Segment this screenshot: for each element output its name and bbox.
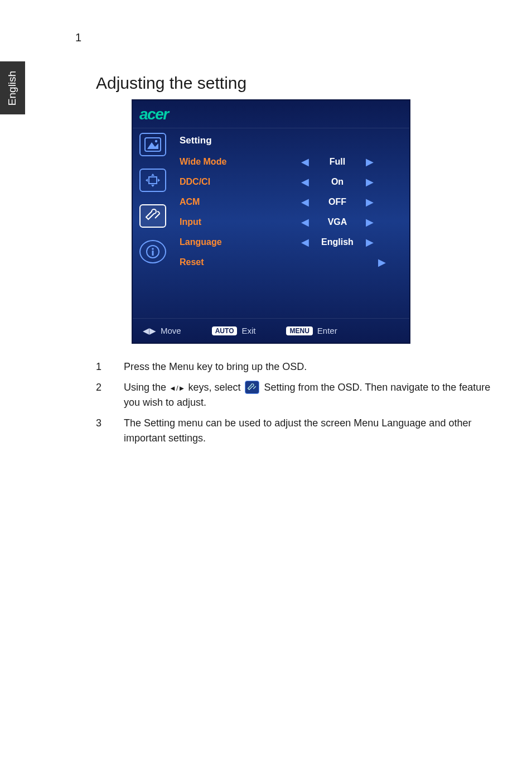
footer-exit-label: Exit xyxy=(241,326,255,335)
arrow-left-icon[interactable]: ◀ xyxy=(301,196,309,208)
osd-row-reset: Reset ▶ xyxy=(177,252,403,272)
svg-rect-10 xyxy=(152,251,154,256)
osd-footer: ◀▶ Move AUTO Exit MENU Enter xyxy=(133,318,409,343)
arrow-left-icon[interactable]: ◀ xyxy=(301,156,309,168)
svg-marker-1 xyxy=(147,142,158,149)
svg-point-2 xyxy=(155,140,157,142)
page-number: 1 xyxy=(75,31,81,44)
osd-label: ACM xyxy=(177,197,272,207)
osd-header: acer xyxy=(133,100,409,128)
svg-marker-4 xyxy=(151,174,154,176)
osd-label: Wide Mode xyxy=(177,157,272,167)
move-arrows-icon: ◀▶ xyxy=(143,326,156,336)
osd-row-language: Language ◀ English ▶ xyxy=(177,232,403,252)
arrow-right-icon[interactable]: ▶ xyxy=(366,176,374,188)
svg-marker-5 xyxy=(151,185,154,187)
arrow-right-icon[interactable]: ▶ xyxy=(378,256,386,268)
arrow-right-icon[interactable]: ▶ xyxy=(366,216,374,228)
osd-value: Full xyxy=(318,157,357,167)
osd-value: VGA xyxy=(318,217,357,227)
instruction-1: 1 Press the Menu key to bring up the OSD… xyxy=(96,359,509,374)
osd-value: On xyxy=(318,177,357,187)
arrow-right-icon[interactable]: ▶ xyxy=(366,236,374,248)
arrow-right-icon[interactable]: ▶ xyxy=(366,196,374,208)
footer-move-label: Move xyxy=(161,326,181,335)
osd-menu-title: Setting xyxy=(180,135,403,146)
arrow-right-icon[interactable]: ▶ xyxy=(366,156,374,168)
position-icon[interactable] xyxy=(139,169,166,192)
svg-marker-7 xyxy=(158,179,160,182)
menu-badge: MENU xyxy=(286,326,312,335)
footer-exit: AUTO Exit xyxy=(212,326,256,335)
instr-text: The Setting menu can be used to adjust t… xyxy=(124,416,509,446)
arrow-left-icon[interactable]: ◀ xyxy=(301,176,309,188)
page-title: Adjusting the setting xyxy=(96,74,509,93)
svg-rect-3 xyxy=(149,177,157,184)
instruction-3: 3 The Setting menu can be used to adjust… xyxy=(96,416,509,446)
footer-enter-label: Enter xyxy=(317,326,337,335)
osd-sidebar xyxy=(133,128,173,318)
osd-row-ddcci: DDC/CI ◀ On ▶ xyxy=(177,172,403,192)
left-right-keys-icon: ◄/► xyxy=(169,384,185,392)
osd-value: English xyxy=(318,237,357,247)
instr-2a: Using the xyxy=(124,382,169,393)
language-tab-label: English xyxy=(7,70,19,105)
info-icon[interactable] xyxy=(139,240,166,263)
language-tab: English xyxy=(0,61,25,114)
instr-text: Press the Menu key to bring up the OSD. xyxy=(124,359,509,374)
osd-label: Language xyxy=(177,237,272,247)
osd-main: Setting Wide Mode ◀ Full ▶ DDC/CI ◀ On ▶ xyxy=(173,128,409,318)
picture-icon[interactable] xyxy=(139,133,166,156)
osd-row-wide-mode: Wide Mode ◀ Full ▶ xyxy=(177,152,403,172)
instr-num: 3 xyxy=(96,416,124,446)
acer-logo: acer xyxy=(139,105,168,123)
tools-icon[interactable] xyxy=(139,204,166,228)
osd-row-input: Input ◀ VGA ▶ xyxy=(177,212,403,232)
tools-inline-icon xyxy=(245,381,259,394)
arrow-left-icon[interactable]: ◀ xyxy=(301,236,309,248)
instructions: 1 Press the Menu key to bring up the OSD… xyxy=(96,359,509,446)
instr-num: 1 xyxy=(96,359,124,374)
svg-point-9 xyxy=(152,248,154,250)
instruction-2: 2 Using the ◄/► keys, select Setting fro… xyxy=(96,380,509,410)
osd-value: OFF xyxy=(318,197,357,207)
footer-enter: MENU Enter xyxy=(286,326,337,335)
osd-row-acm: ACM ◀ OFF ▶ xyxy=(177,192,403,212)
footer-move: ◀▶ Move xyxy=(143,326,181,336)
instr-num: 2 xyxy=(96,380,124,410)
osd-label: Input xyxy=(177,217,272,227)
instr-2b: keys, select xyxy=(185,382,243,393)
instr-text: Using the ◄/► keys, select Setting from … xyxy=(124,380,509,410)
osd-label: DDC/CI xyxy=(177,177,272,187)
osd-label: Reset xyxy=(177,257,272,267)
svg-marker-6 xyxy=(146,179,148,182)
osd-panel: acer Setting Wide Mode xyxy=(132,99,410,344)
arrow-left-icon[interactable]: ◀ xyxy=(301,216,309,228)
auto-badge: AUTO xyxy=(212,326,238,335)
